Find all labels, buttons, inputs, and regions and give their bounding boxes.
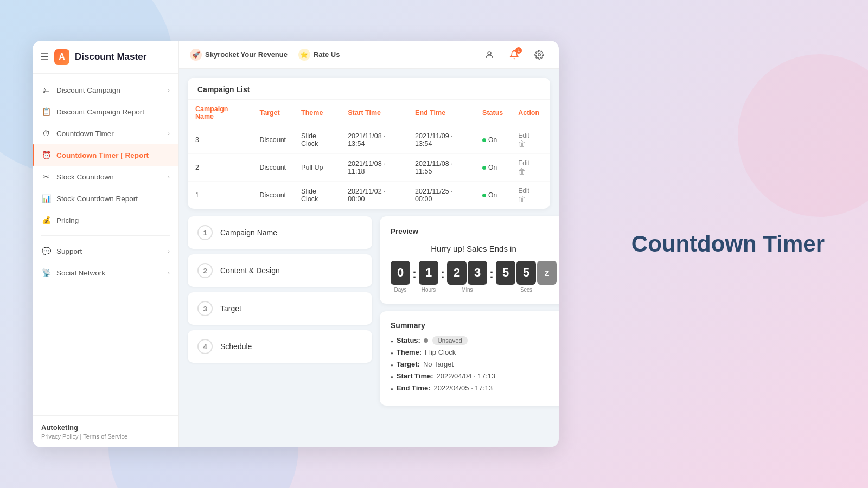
delete-button[interactable]: 🗑	[518, 139, 526, 148]
colon-3: :	[489, 266, 494, 281]
stock-countdown-icon: ✂	[41, 172, 51, 182]
rocket-icon: 🚀	[190, 49, 202, 61]
sidebar-item-social-network[interactable]: 📡 Social Network ›	[33, 262, 178, 284]
settings-icon-btn[interactable]	[531, 46, 548, 63]
colon-1: :	[412, 266, 417, 281]
col-end-time: End Time	[407, 100, 475, 126]
rate-us-label: Rate Us	[314, 50, 340, 59]
chevron-right-icon: ›	[168, 130, 170, 137]
step-3-label: Target	[220, 304, 241, 313]
cell-action: Edit 🗑	[510, 126, 550, 154]
cell-action: Edit 🗑	[510, 182, 550, 209]
step-2-content-design[interactable]: 2 Content & Design	[188, 254, 372, 287]
sidebar-brand: Discount Master	[75, 52, 146, 62]
mins-label: Mins	[461, 287, 473, 293]
user-icon-btn[interactable]	[481, 46, 498, 63]
sidebar-item-discount-campaign-report[interactable]: 📋 Discount Campaign Report	[33, 101, 178, 123]
notification-icon-btn[interactable]: 1	[506, 46, 523, 63]
cell-theme: Slide Clock	[293, 126, 340, 154]
footer-links: Privacy Policy | Terms of Service	[41, 433, 170, 440]
cell-start: 2021/11/08 · 11:18	[340, 154, 407, 182]
countdown-display: Hurry up! Sales Ends in 0 Days :	[391, 244, 557, 293]
chevron-right-icon: ›	[168, 248, 170, 254]
topbar: 🚀 Skyrocket Your Revenue ⭐ Rate Us 1	[179, 41, 559, 69]
days-digit-0: 0	[391, 261, 410, 285]
sidebar: ☰ A Discount Master 🏷 Discount Campaign …	[33, 41, 179, 447]
campaign-list-card: Campaign List Campaign Name Target Theme…	[188, 78, 550, 209]
preview-inner: Preview Hurry up! Sales Ends in 0 Days	[380, 216, 559, 304]
sidebar-item-stock-countdown-report[interactable]: 📊 Stock Countdown Report	[33, 188, 178, 209]
support-icon: 💬	[41, 246, 51, 256]
summary-end-time: ● End Time: 2022/04/05 · 17:13	[391, 384, 557, 392]
cell-target: Discount	[252, 126, 293, 154]
sidebar-header: ☰ A Discount Master	[33, 41, 178, 74]
terms-link[interactable]: Terms of Service	[83, 433, 127, 440]
step-1-campaign-name[interactable]: 1 Campaign Name	[188, 216, 372, 249]
cell-status: On	[475, 154, 510, 182]
mins-digit-1: 3	[468, 261, 487, 285]
sidebar-item-label: Discount Campaign Report	[56, 108, 144, 116]
days-label: Days	[394, 287, 407, 293]
summary-target: ● Target: No Target	[391, 360, 557, 368]
table-row: 2 Discount Pull Up 2021/11/08 · 11:18 20…	[188, 154, 550, 182]
step-4-schedule[interactable]: 4 Schedule	[188, 330, 372, 363]
sidebar-logo: A	[54, 49, 69, 65]
status-badge: On	[482, 136, 497, 144]
summary-start-time: ● Start Time: 2022/04/04 · 17:13	[391, 372, 557, 380]
step-2-label: Content & Design	[220, 266, 280, 275]
privacy-policy-link[interactable]: Privacy Policy	[41, 433, 78, 440]
days-group: 0 Days	[391, 261, 410, 293]
step-1-number: 1	[197, 225, 213, 240]
menu-icon[interactable]: ☰	[40, 51, 49, 63]
skyrocket-action[interactable]: 🚀 Skyrocket Your Revenue	[190, 49, 288, 61]
col-campaign-name: Campaign Name	[188, 100, 252, 126]
sidebar-item-stock-countdown[interactable]: ✂ Stock Countdown ›	[33, 166, 178, 188]
colon-2: :	[441, 266, 445, 281]
chevron-right-icon: ›	[168, 174, 170, 180]
summary-card: Summary ● Status: Unsaved ● Theme:	[380, 311, 559, 406]
sidebar-item-pricing[interactable]: 💰 Pricing	[33, 209, 178, 231]
sidebar-item-label: Support	[56, 247, 82, 255]
sidebar-item-support[interactable]: 💬 Support ›	[33, 240, 178, 262]
edit-button[interactable]: Edit	[518, 132, 529, 139]
sidebar-item-label: Countdown Timer [ Report	[56, 151, 149, 159]
sidebar-item-countdown-timer[interactable]: ⏱ Countdown Timer ›	[33, 123, 178, 144]
col-start-time: Start Time	[340, 100, 407, 126]
table-row: 3 Discount Slide Clock 2021/11/08 · 13:5…	[188, 126, 550, 154]
rate-us-action[interactable]: ⭐ Rate Us	[298, 49, 340, 61]
countdown-timer-icon: ⏱	[41, 129, 51, 138]
mins-group: 2 3 Mins	[447, 261, 487, 293]
social-network-icon: 📡	[41, 268, 51, 278]
edit-button[interactable]: Edit	[518, 159, 529, 167]
step-2-number: 2	[197, 263, 213, 278]
footer-brand: Autoketing	[41, 423, 170, 432]
hours-group: 1 Hours	[419, 261, 438, 293]
discount-report-icon: 📋	[41, 107, 51, 117]
sidebar-item-label: Discount Campaign	[56, 86, 120, 94]
sidebar-item-label: Pricing	[56, 216, 79, 224]
sidebar-footer: Autoketing Privacy Policy | Terms of Ser…	[33, 415, 178, 447]
delete-button[interactable]: 🗑	[518, 167, 526, 176]
sidebar-item-countdown-timer-report[interactable]: ⏰ Countdown Timer [ Report	[33, 144, 178, 166]
cell-target: Discount	[252, 182, 293, 209]
summary-target-val: No Target	[423, 360, 454, 368]
hours-digit-0: 1	[419, 261, 438, 285]
summary-end-val: 2022/04/05 · 17:13	[433, 384, 492, 392]
sidebar-item-discount-campaign[interactable]: 🏷 Discount Campaign ›	[33, 79, 178, 101]
step-4-label: Schedule	[220, 342, 252, 351]
secs-label: Secs	[520, 287, 532, 293]
cell-start: 2021/11/08 · 13:54	[340, 126, 407, 154]
col-theme: Theme	[293, 100, 340, 126]
cell-end: 2021/11/25 · 00:00	[407, 182, 475, 209]
table-row: 1 Discount Slide Clock 2021/11/02 · 00:0…	[188, 182, 550, 209]
delete-button[interactable]: 🗑	[518, 195, 526, 203]
edit-button[interactable]: Edit	[518, 187, 529, 195]
step-3-target[interactable]: 3 Target	[188, 292, 372, 325]
secs-digit-1: 5	[516, 261, 536, 285]
summary-theme-key: Theme:	[397, 348, 422, 356]
col-status: Status	[475, 100, 510, 126]
cell-name: 1	[188, 182, 252, 209]
chevron-right-icon: ›	[168, 269, 170, 276]
summary-status-key: Status:	[397, 336, 420, 344]
pricing-icon: 💰	[41, 215, 51, 225]
